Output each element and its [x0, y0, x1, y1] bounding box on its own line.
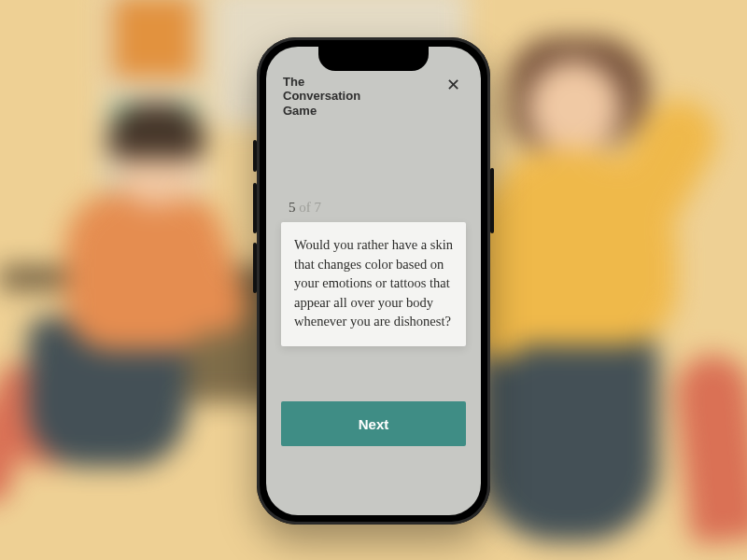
progress-counter: 5 of 7 — [289, 200, 321, 216]
progress-total: 7 — [315, 200, 322, 215]
question-text: Would you rather have a skin that change… — [294, 237, 453, 329]
progress-current: 5 — [289, 200, 296, 215]
next-button[interactable]: Next — [281, 401, 466, 446]
next-button-label: Next — [359, 416, 389, 432]
close-icon[interactable]: ✕ — [443, 75, 464, 95]
notch — [318, 47, 429, 71]
app-title: The Conversation Game — [283, 75, 360, 118]
phone-screen: The Conversation Game ✕ 5 of 7 Would you… — [266, 47, 481, 515]
volume-down-button — [253, 243, 257, 293]
mockup-stage: The Conversation Game ✕ 5 of 7 Would you… — [0, 0, 747, 560]
phone-frame: The Conversation Game ✕ 5 of 7 Would you… — [257, 37, 490, 525]
app-header: The Conversation Game ✕ — [283, 75, 464, 118]
progress-separator: of — [296, 200, 315, 215]
volume-up-button — [253, 183, 257, 233]
power-button — [490, 168, 494, 233]
mute-switch — [253, 140, 257, 172]
question-card: Would you rather have a skin that change… — [281, 222, 466, 346]
